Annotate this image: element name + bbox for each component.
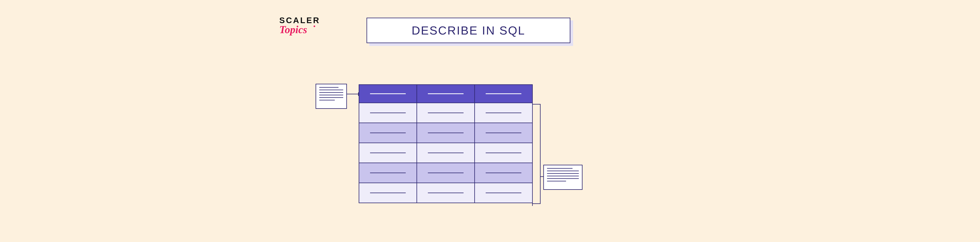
annotation-note-left: [315, 84, 347, 109]
table-cell: [475, 183, 532, 202]
table-cell: [359, 123, 417, 143]
cell-line: [486, 132, 521, 133]
table-cell: [475, 103, 532, 123]
note-line: [547, 168, 573, 169]
logo-dot-icon: [313, 25, 315, 27]
cell-line: [428, 132, 463, 133]
cell-line: [428, 113, 463, 113]
cell-line: [370, 132, 406, 133]
note-line: [547, 170, 579, 171]
cell-line: [428, 153, 463, 153]
table-row: [359, 162, 532, 183]
brand-logo: SCALER Topics: [279, 16, 326, 36]
table-cell: [417, 183, 475, 202]
logo-text-topics: Topics: [279, 24, 326, 36]
note-line: [319, 100, 335, 100]
title-box: DESCRIBE IN SQL: [366, 18, 570, 43]
header-cell: [359, 85, 417, 103]
table-row: [359, 123, 532, 143]
table-header-row: [359, 85, 532, 103]
note-line: [547, 176, 579, 176]
cell-line: [428, 193, 463, 193]
database-table-illustration: [359, 84, 533, 203]
table-cell: [417, 162, 475, 183]
note-line: [547, 178, 579, 179]
cell-line: [428, 173, 463, 173]
cell-line: [370, 93, 406, 94]
cell-line: [370, 153, 406, 153]
cell-line: [486, 113, 521, 113]
header-cell: [417, 85, 475, 103]
note-line: [547, 181, 566, 182]
table-row: [359, 103, 532, 123]
note-line: [547, 173, 579, 174]
table-cell: [359, 143, 417, 162]
note-line: [319, 87, 339, 88]
table-cell: [359, 162, 417, 183]
table-cell: [359, 103, 417, 123]
table-row: [359, 143, 532, 162]
annotation-note-right: [543, 165, 582, 190]
cell-line: [428, 93, 463, 94]
note-line: [319, 92, 343, 93]
cell-line: [486, 173, 521, 173]
connector-tick-top: [532, 102, 533, 106]
cell-line: [370, 113, 406, 113]
cell-line: [486, 153, 521, 153]
table-cell: [417, 103, 475, 123]
table-cell: [475, 143, 532, 162]
table-row: [359, 183, 532, 202]
note-line: [319, 95, 343, 95]
header-cell: [475, 85, 532, 103]
table-cell: [417, 123, 475, 143]
diagram-canvas: SCALER Topics DESCRIBE IN SQL: [274, 0, 588, 242]
cell-line: [486, 193, 521, 193]
note-line: [319, 90, 343, 90]
table-cell: [475, 123, 532, 143]
cell-line: [370, 193, 406, 193]
table-cell: [359, 183, 417, 202]
cell-line: [370, 173, 406, 173]
table-cell: [417, 143, 475, 162]
page-title: DESCRIBE IN SQL: [412, 24, 525, 37]
connector-bracket-right: [533, 104, 541, 204]
cell-line: [486, 93, 521, 94]
table-cell: [475, 162, 532, 183]
connector-line-left: [347, 94, 359, 94]
note-line: [319, 97, 343, 98]
connector-tick-bot: [532, 202, 533, 206]
